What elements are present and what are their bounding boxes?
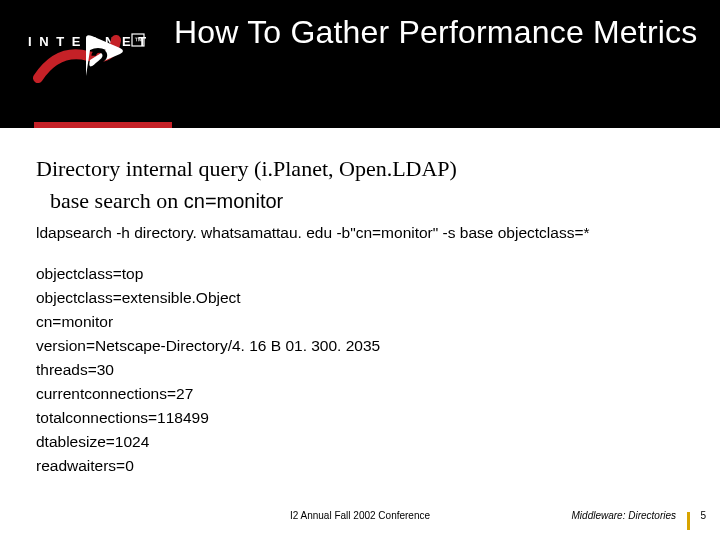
footer-page-number: 5 xyxy=(700,510,706,521)
output-line: objectclass=extensible.Object xyxy=(36,286,684,310)
output-line: version=Netscape-Directory/4. 16 B 01. 3… xyxy=(36,334,684,358)
intro-line-2-prefix: base search on xyxy=(50,188,184,213)
slide-body: Directory internal query (i.Planet, Open… xyxy=(0,128,720,478)
output-line: cn=monitor xyxy=(36,310,684,334)
footer-topic: Middleware: Directories xyxy=(572,510,676,521)
internet2-logo: I N T E R N E T ™ 2 xyxy=(28,28,146,88)
accent-bar xyxy=(34,122,172,128)
output-line: totalconnections=118499 xyxy=(36,406,684,430)
footer-conference: I2 Annual Fall 2002 Conference xyxy=(290,510,430,521)
output-line: objectclass=top xyxy=(36,262,684,286)
command-output: objectclass=topobjectclass=extensible.Ob… xyxy=(36,262,684,478)
footer-divider xyxy=(687,512,690,530)
svg-text:2: 2 xyxy=(90,41,109,79)
svg-text:™: ™ xyxy=(134,36,143,46)
output-line: threads=30 xyxy=(36,358,684,382)
output-line: currentconnections=27 xyxy=(36,382,684,406)
command-line: ldapsearch -h directory. whatsamattau. e… xyxy=(36,224,684,242)
slide-footer: I2 Annual Fall 2002 Conference Middlewar… xyxy=(0,510,720,528)
output-line: dtablesize=1024 xyxy=(36,430,684,454)
intro-line-2-mono: cn=monitor xyxy=(184,190,284,212)
slide-header: I N T E R N E T ™ 2 How To Gather Perfor… xyxy=(0,0,720,128)
slide-title: How To Gather Performance Metrics xyxy=(174,14,698,51)
intro-line-2: base search on cn=monitor xyxy=(36,188,684,214)
intro-line-1: Directory internal query (i.Planet, Open… xyxy=(36,156,684,182)
output-line: readwaiters=0 xyxy=(36,454,684,478)
